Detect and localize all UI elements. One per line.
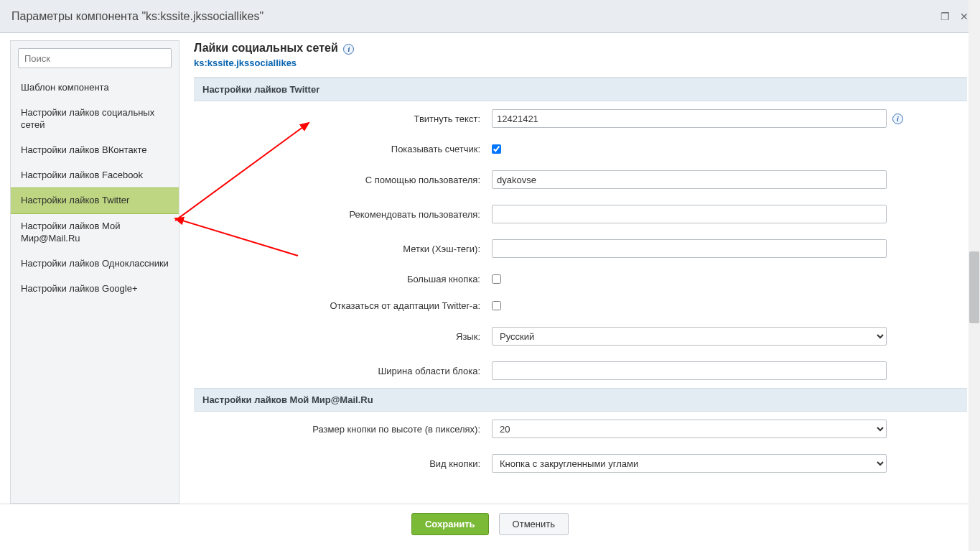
row-dnt: Отказаться от адаптации Twitter-а:	[194, 292, 967, 319]
checkbox-show-counter[interactable]	[492, 144, 501, 154]
sidebar-item-mailru[interactable]: Настройки лайков Мой Мир@Mail.Ru	[11, 214, 179, 251]
select-mailru-kind[interactable]: Кнопка с закругленными углами	[492, 454, 887, 473]
main-header: Лайки социальных сетей i ks:kssite.jksso…	[194, 40, 967, 77]
row-hashtags: Метки (Хэш-теги):	[194, 231, 967, 266]
label-lang: Язык:	[201, 331, 492, 342]
page-title: Лайки социальных сетей	[194, 42, 338, 55]
row-mailru-kind: Вид кнопки: Кнопка с закругленными углам…	[194, 446, 967, 481]
label-tweet-text: Твитнуть текст:	[201, 114, 492, 124]
window-title: Параметры компонента "ks:kssite.jkssocia…	[11, 10, 941, 23]
sidebar-item-twitter[interactable]: Настройки лайков Twitter	[11, 187, 179, 214]
row-tweet-text: Твитнуть текст: i	[194, 101, 967, 136]
main-panel: Лайки социальных сетей i ks:kssite.jksso…	[194, 40, 967, 504]
label-recommend-user: Рекомендовать пользователя:	[201, 209, 492, 220]
checkbox-dnt[interactable]	[492, 301, 501, 310]
window-controls: ❐ ✕	[941, 11, 969, 22]
label-mailru-height: Размер кнопки по высоте (в пикселях):	[201, 424, 492, 435]
label-hashtags: Метки (Хэш-теги):	[201, 244, 492, 254]
input-hashtags[interactable]	[492, 239, 887, 258]
label-big-button: Большая кнопка:	[201, 274, 492, 284]
save-button[interactable]: Сохранить	[411, 513, 489, 535]
page-scroll-thumb[interactable]	[969, 251, 979, 323]
sidebar: Шаблон компонента Настройки лайков социа…	[10, 40, 179, 504]
section-bar-twitter: Настройки лайков Twitter	[194, 78, 967, 101]
input-via-user[interactable]	[492, 170, 887, 189]
input-recommend-user[interactable]	[492, 205, 887, 223]
info-icon[interactable]: i	[343, 44, 354, 55]
label-show-counter: Показывать счетчик:	[201, 144, 492, 154]
checkbox-big-button[interactable]	[492, 274, 501, 284]
row-via-user: С помощью пользователя:	[194, 162, 967, 197]
row-recommend-user: Рекомендовать пользователя:	[194, 197, 967, 231]
sidebar-item-googleplus[interactable]: Настройки лайков Google+	[11, 277, 179, 302]
label-dnt: Отказаться от адаптации Twitter-а:	[201, 300, 492, 311]
label-via-user: С помощью пользователя:	[201, 175, 492, 185]
select-lang[interactable]: Русский	[492, 327, 887, 346]
label-mailru-kind: Вид кнопки:	[201, 458, 492, 469]
cancel-button[interactable]: Отменить	[499, 513, 569, 535]
window-title-bar: Параметры компонента "ks:kssite.jkssocia…	[0, 0, 980, 33]
row-lang: Язык: Русский	[194, 319, 967, 353]
sidebar-item-template[interactable]: Шаблон компонента	[11, 75, 179, 101]
form-scroll-area[interactable]: Настройки лайков Twitter Твитнуть текст:…	[194, 77, 967, 504]
row-show-counter: Показывать счетчик:	[194, 136, 967, 162]
input-width[interactable]	[492, 361, 887, 380]
maximize-icon[interactable]: ❐	[941, 11, 950, 22]
sidebar-nav: Шаблон компонента Настройки лайков социа…	[11, 71, 179, 302]
section-bar-mailru: Настройки лайков Мой Мир@Mail.Ru	[194, 388, 967, 412]
search-input[interactable]	[18, 48, 172, 68]
close-icon[interactable]: ✕	[960, 11, 969, 22]
info-icon[interactable]: i	[892, 114, 903, 124]
row-mailru-height: Размер кнопки по высоте (в пикселях): 20	[194, 412, 967, 446]
label-width: Ширина области блока:	[201, 366, 492, 376]
sidebar-item-social[interactable]: Настройки лайков социальных сетей	[11, 101, 179, 138]
component-name: ks:kssite.jkssociallikes	[194, 57, 967, 68]
sidebar-item-odnoklassniki[interactable]: Настройки лайков Одноклассники	[11, 251, 179, 277]
footer: Сохранить Отменить	[0, 504, 980, 543]
row-big-button: Большая кнопка:	[194, 266, 967, 292]
input-tweet-text[interactable]	[492, 109, 887, 128]
sidebar-item-vk[interactable]: Настройки лайков ВКонтакте	[11, 138, 179, 163]
row-width: Ширина области блока:	[194, 353, 967, 388]
select-mailru-height[interactable]: 20	[492, 420, 887, 438]
sidebar-item-facebook[interactable]: Настройки лайков Facebook	[11, 163, 179, 188]
